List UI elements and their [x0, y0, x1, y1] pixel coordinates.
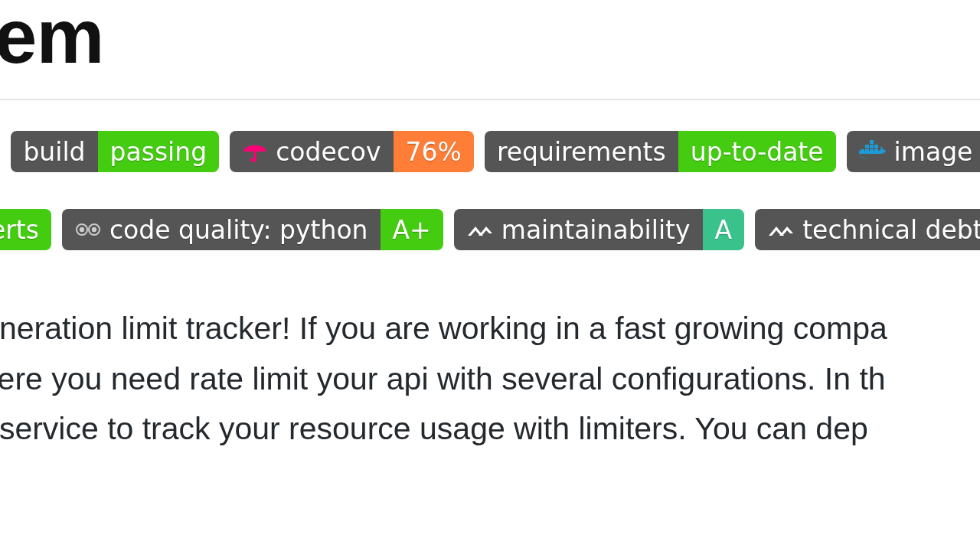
badge-label-text: codecov [276, 139, 381, 165]
badge-code-quality[interactable]: code quality: python A+ [62, 209, 443, 250]
badge-label-text: maintainability [501, 217, 691, 243]
badge-label: image size [847, 131, 980, 172]
badge-row-2: 0 alerts code quality: python A+ maintai… [0, 209, 980, 250]
page-title: p'em [0, 0, 980, 100]
description-line: as a service to track your resource usag… [0, 406, 980, 453]
svg-point-10 [80, 228, 83, 231]
badge-label-text: image size [894, 139, 980, 165]
badge-value: A+ [381, 209, 443, 250]
badge-value: 0 alerts [0, 209, 51, 250]
badge-label-text: technical debt [802, 217, 980, 243]
docker-icon [859, 140, 887, 163]
badge-requirements[interactable]: requirements up-to-date [485, 131, 836, 172]
badge-technical-debt[interactable]: technical debt 0 [755, 209, 980, 250]
umbrella-icon [242, 139, 268, 165]
svg-point-11 [93, 228, 96, 231]
badge-label: maintainability [454, 209, 703, 250]
badge-build[interactable]: build passing [11, 131, 219, 172]
description-line: n where you need rate limit your api wit… [0, 356, 980, 403]
badge-row-1: MIT build passing codecov 76% requiremen… [0, 131, 980, 172]
badge-codecov[interactable]: codecov 76% [230, 131, 474, 172]
code-climate-icon [767, 220, 795, 239]
badge-image-size[interactable]: image size 7 [847, 131, 980, 172]
badge-value: passing [98, 131, 220, 172]
description-line: xt generation limit tracker! If you are … [0, 305, 980, 353]
badge-label: code quality: python [62, 209, 381, 250]
badge-label: codecov [230, 131, 393, 172]
badge-label: build [11, 131, 97, 172]
badge-alerts[interactable]: 0 alerts [0, 209, 51, 250]
code-climate-icon [466, 220, 494, 239]
svg-rect-6 [874, 145, 878, 148]
lgtm-icon [74, 220, 102, 239]
badge-maintainability[interactable]: maintainability A [454, 209, 744, 250]
description-paragraph: xt generation limit tracker! If you are … [0, 305, 980, 453]
badge-label: technical debt [755, 209, 980, 250]
svg-rect-5 [870, 145, 874, 148]
badge-value: A [703, 209, 745, 250]
badge-value: up-to-date [678, 131, 836, 172]
badge-label: requirements [485, 131, 678, 172]
svg-rect-7 [870, 140, 874, 144]
svg-rect-4 [865, 145, 869, 148]
badge-value: 76% [394, 131, 474, 172]
badge-label-text: code quality: python [109, 217, 368, 243]
